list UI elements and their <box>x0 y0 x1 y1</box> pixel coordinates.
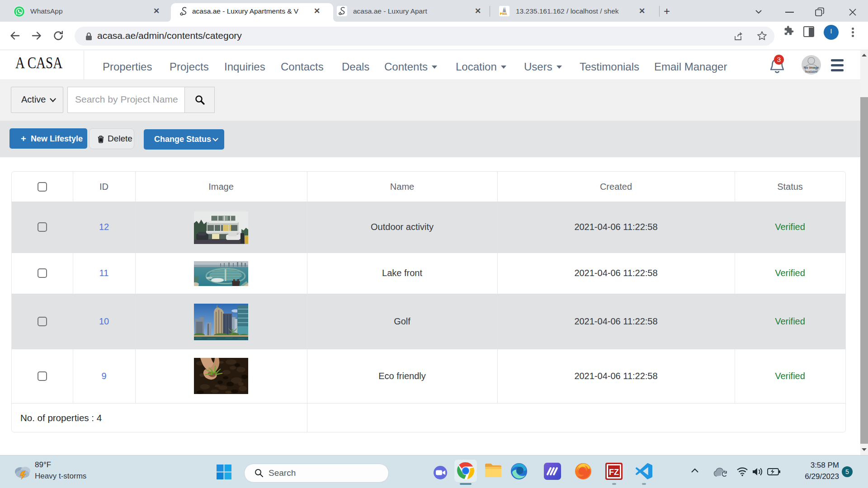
svg-text:available: available <box>805 70 817 74</box>
svg-text:FZ: FZ <box>609 468 619 477</box>
svg-text:PMA: PMA <box>500 12 507 15</box>
